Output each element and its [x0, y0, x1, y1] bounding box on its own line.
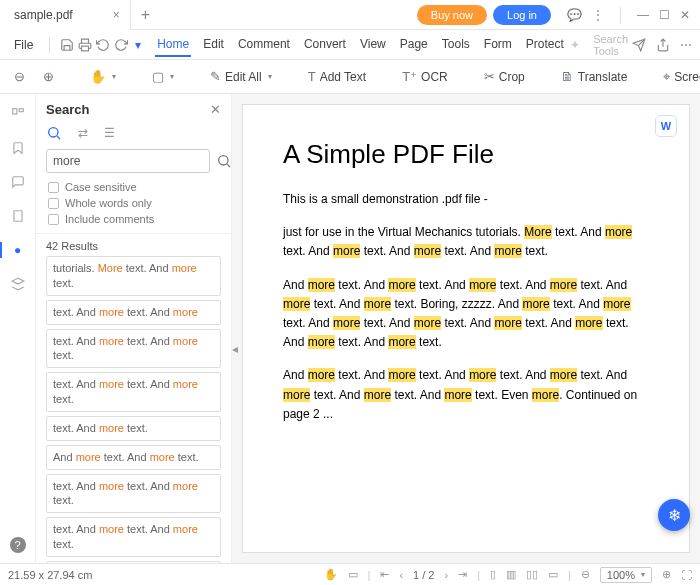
tab-close-icon[interactable]: ×: [113, 8, 120, 22]
opt-whole-words[interactable]: Whole words only: [48, 197, 219, 209]
share-icon[interactable]: [656, 38, 670, 52]
layers-icon[interactable]: [8, 274, 28, 294]
comments-icon[interactable]: [8, 172, 28, 192]
document-tab[interactable]: sample.pdf ×: [0, 0, 131, 30]
search-result-count: 42 Results: [36, 233, 231, 256]
zoom-level[interactable]: 100%▾: [600, 567, 652, 583]
two-page-view-icon[interactable]: ▯▯: [526, 568, 538, 581]
minimize-icon[interactable]: —: [637, 8, 649, 22]
search-result[interactable]: text. And more text. And more text.: [46, 561, 221, 563]
print-icon[interactable]: [78, 34, 92, 56]
svg-line-11: [227, 164, 230, 167]
attachments-icon[interactable]: [8, 206, 28, 226]
login-button[interactable]: Log in: [493, 5, 551, 25]
search-result[interactable]: tutorials. More text. And more text.: [46, 256, 221, 296]
svg-marker-7: [12, 278, 24, 284]
svg-line-9: [57, 136, 60, 139]
tab-edit[interactable]: Edit: [201, 33, 226, 57]
page-indicator[interactable]: 1 / 2: [413, 569, 434, 581]
ocr-button[interactable]: T⁺OCR: [396, 66, 454, 87]
opt-include-comments[interactable]: Include comments: [48, 213, 219, 225]
save-icon[interactable]: [60, 34, 74, 56]
last-page-icon[interactable]: ⇥: [458, 568, 467, 581]
search-mode-find-icon[interactable]: [46, 125, 62, 141]
ai-icon[interactable]: ✦: [570, 34, 581, 56]
doc-paragraph: And more text. And more text. And more t…: [283, 276, 649, 353]
select-status-icon[interactable]: ▭: [348, 568, 358, 581]
search-result[interactable]: text. And more text.: [46, 416, 221, 441]
zoom-out-status-icon[interactable]: ⊖: [581, 568, 590, 581]
edit-all-button[interactable]: ✎Edit All▾: [204, 66, 278, 87]
tab-comment[interactable]: Comment: [236, 33, 292, 57]
doc-paragraph: just for use in the Virtual Mechanics tu…: [283, 223, 649, 261]
maximize-icon[interactable]: ☐: [659, 8, 670, 22]
tab-form[interactable]: Form: [482, 33, 514, 57]
continuous-view-icon[interactable]: ▥: [506, 568, 516, 581]
feedback-icon[interactable]: 💬: [567, 8, 582, 22]
quick-tool-icon[interactable]: ▾: [132, 34, 143, 56]
svg-rect-0: [81, 46, 88, 51]
convert-to-word-icon[interactable]: W: [655, 115, 677, 137]
search-mode-replace-icon[interactable]: ⇄: [78, 126, 88, 140]
bookmarks-icon[interactable]: [8, 138, 28, 158]
zoom-in-button[interactable]: ⊕: [37, 66, 60, 87]
hand-tool[interactable]: ✋▾: [84, 66, 122, 87]
add-text-button[interactable]: TAdd Text: [302, 66, 372, 87]
close-window-icon[interactable]: ✕: [680, 8, 690, 22]
svg-rect-6: [13, 211, 21, 222]
overflow-icon[interactable]: ⋯: [680, 38, 692, 52]
tab-title: sample.pdf: [14, 8, 73, 22]
zoom-in-status-icon[interactable]: ⊕: [662, 568, 671, 581]
search-result[interactable]: text. And more text. And more text.: [46, 329, 221, 369]
tab-tools[interactable]: Tools: [440, 33, 472, 57]
tab-view[interactable]: View: [358, 33, 388, 57]
doc-paragraph: This is a small demonstration .pdf file …: [283, 190, 649, 209]
translate-button[interactable]: 🗎Translate: [555, 66, 634, 87]
ribbon-tabs: HomeEditCommentConvertViewPageToolsFormP…: [155, 33, 566, 57]
tab-home[interactable]: Home: [155, 33, 191, 57]
file-menu[interactable]: File: [8, 38, 39, 52]
zoom-out-button[interactable]: ⊖: [8, 66, 31, 87]
read-mode-icon[interactable]: ▭: [548, 568, 558, 581]
doc-title: A Simple PDF File: [283, 139, 649, 170]
search-input[interactable]: [46, 149, 210, 173]
svg-rect-4: [12, 109, 16, 114]
search-submit-icon[interactable]: [216, 153, 232, 169]
buy-now-button[interactable]: Buy now: [417, 5, 487, 25]
prev-page-icon[interactable]: ‹: [399, 569, 403, 581]
search-tools[interactable]: Search Tools: [593, 33, 628, 57]
screenshot-button[interactable]: ⌖Screenshot▾: [657, 66, 700, 88]
pdf-page: W A Simple PDF File This is a small demo…: [242, 104, 690, 553]
opt-case-sensitive[interactable]: Case sensitive: [48, 181, 219, 193]
help-icon[interactable]: ?: [10, 537, 26, 553]
tab-page[interactable]: Page: [398, 33, 430, 57]
close-panel-icon[interactable]: ✕: [210, 102, 221, 117]
search-result[interactable]: And more text. And more text.: [46, 445, 221, 470]
undo-icon[interactable]: [96, 34, 110, 56]
search-panel-icon[interactable]: ●: [8, 240, 28, 260]
svg-rect-5: [19, 109, 23, 112]
new-tab-button[interactable]: +: [131, 6, 160, 24]
search-result[interactable]: text. And more text. And more text.: [46, 517, 221, 557]
collapse-sidepanel-icon[interactable]: ◂: [231, 329, 239, 369]
more-menu-icon[interactable]: ⋮: [592, 8, 604, 22]
crop-button[interactable]: ✂Crop: [478, 66, 531, 87]
search-result[interactable]: text. And more text. And more text.: [46, 372, 221, 412]
next-page-icon[interactable]: ›: [444, 569, 448, 581]
send-icon[interactable]: [632, 38, 646, 52]
search-result[interactable]: text. And more text. And more: [46, 300, 221, 325]
tab-convert[interactable]: Convert: [302, 33, 348, 57]
thumbnails-icon[interactable]: [8, 104, 28, 124]
svg-point-8: [49, 128, 58, 137]
select-tool[interactable]: ▢▾: [146, 66, 180, 87]
redo-icon[interactable]: [114, 34, 128, 56]
fullscreen-icon[interactable]: ⛶: [681, 569, 692, 581]
hand-status-icon[interactable]: ✋: [324, 568, 338, 581]
single-page-view-icon[interactable]: ▯: [490, 568, 496, 581]
ai-assistant-fab[interactable]: ❄: [658, 499, 690, 531]
tab-protect[interactable]: Protect: [524, 33, 566, 57]
first-page-icon[interactable]: ⇤: [380, 568, 389, 581]
page-dimensions: 21.59 x 27.94 cm: [8, 569, 92, 581]
search-mode-options-icon[interactable]: ☰: [104, 126, 115, 140]
search-result[interactable]: text. And more text. And more text.: [46, 474, 221, 514]
